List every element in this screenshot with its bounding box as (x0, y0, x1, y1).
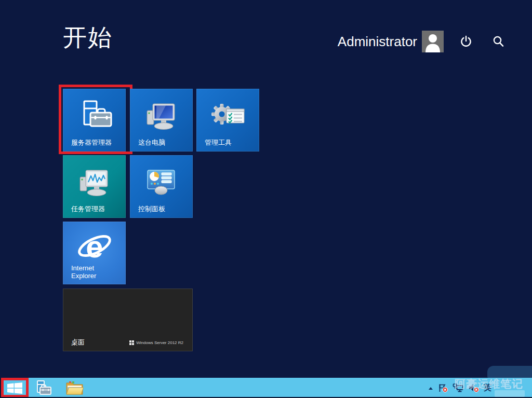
volume-muted-button[interactable] (468, 383, 480, 393)
page-title: 开始 (63, 22, 113, 54)
start-button[interactable] (0, 378, 30, 398)
power-icon (459, 35, 473, 48)
desktop-os-text: Windows Server 2012 R2 (136, 340, 183, 345)
taskbar: 英 (0, 378, 532, 398)
taskbar-file-explorer-button[interactable] (63, 378, 86, 398)
screen-edge-left (0, 378, 1, 398)
control-panel-icon (144, 167, 179, 198)
tile-label: 管理工具 (205, 139, 232, 147)
user-area: Administrator (338, 30, 505, 53)
start-screen: 开始 Administrator (0, 0, 532, 398)
file-explorer-icon (65, 380, 84, 396)
tile-label: Internet Explorer (71, 265, 116, 280)
admin-tools-icon (210, 100, 246, 132)
user-icon (422, 31, 444, 52)
search-button[interactable] (491, 35, 505, 48)
action-center-button[interactable] (438, 383, 448, 393)
avatar[interactable] (422, 31, 444, 52)
watermark-blob (487, 366, 532, 378)
server-manager-taskbar-icon (34, 380, 52, 396)
tile-internet-explorer[interactable]: e Internet Explorer (63, 222, 126, 284)
network-button[interactable] (453, 383, 464, 393)
flag-error-icon (438, 383, 448, 393)
tile-label: 任务管理器 (71, 205, 105, 213)
start-windows-icon (7, 382, 22, 394)
tile-this-pc[interactable]: 这台电脑 (130, 89, 193, 152)
power-button[interactable] (459, 35, 473, 48)
tile-label: 服务器管理器 (71, 139, 112, 147)
show-hidden-icons-button[interactable] (428, 386, 434, 391)
search-icon (491, 35, 505, 48)
task-manager-icon (76, 167, 113, 199)
chevron-up-icon (428, 386, 434, 391)
taskbar-server-manager-button[interactable] (32, 378, 55, 398)
tile-task-manager[interactable]: 任务管理器 (63, 155, 126, 218)
tile-label: 控制面板 (138, 205, 165, 213)
server-manager-icon (77, 100, 112, 133)
network-icon (453, 383, 464, 393)
tile-label: 桌面 (71, 339, 85, 347)
tile-control-panel[interactable]: 控制面板 (130, 155, 193, 218)
desktop-os-badge: Windows Server 2012 R2 (129, 340, 183, 345)
speaker-muted-icon (468, 383, 480, 393)
user-name[interactable]: Administrator (338, 34, 417, 50)
internet-explorer-icon: e (73, 228, 116, 266)
this-pc-icon (143, 100, 180, 132)
tile-desktop[interactable]: 桌面 Windows Server 2012 R2 (63, 289, 193, 351)
system-tray: 英 (428, 378, 491, 398)
tile-label: 这台电脑 (138, 139, 165, 147)
tile-server-manager[interactable]: 服务器管理器 (63, 89, 126, 152)
ime-language-indicator[interactable]: 英 (484, 383, 491, 393)
svg-text:e: e (86, 229, 103, 264)
windows-logo-icon (129, 340, 134, 345)
tile-admin-tools[interactable]: 管理工具 (196, 89, 259, 152)
